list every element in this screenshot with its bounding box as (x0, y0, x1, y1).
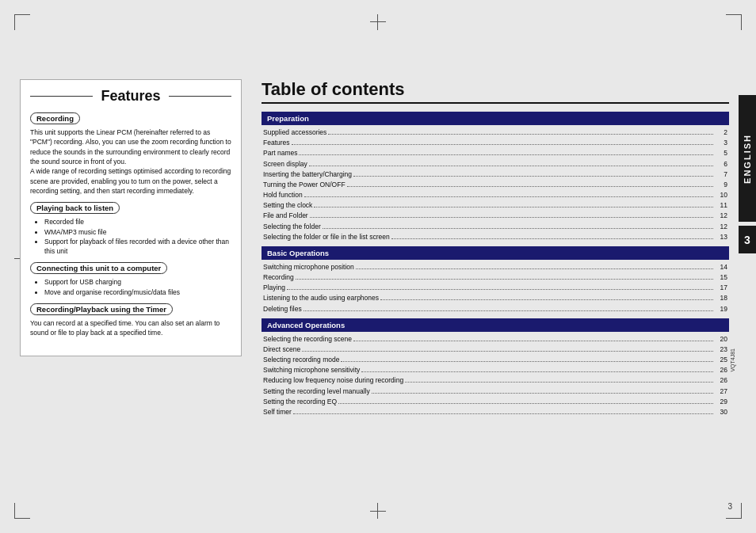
dots (323, 228, 713, 229)
features-title-wrap: Features (30, 88, 231, 105)
dots (287, 289, 713, 290)
dots (302, 351, 713, 352)
crop-mark-tr (726, 14, 742, 30)
toc-row: Direct scene23 (262, 345, 729, 355)
toc-row: Deleting files19 (262, 304, 729, 314)
toc-text: Switching microphone sensitivity (263, 365, 360, 375)
dots (361, 371, 713, 372)
toc-num: 17 (715, 283, 727, 293)
toc-row: Hold function10 (262, 190, 729, 200)
toc-row: Selecting the recording scene20 (262, 334, 729, 345)
crosshair-bottom-h (370, 511, 386, 512)
page-number: 3 (744, 234, 750, 246)
toc-row: Inserting the battery/Charging7 (262, 169, 729, 180)
toc-text: Selecting recording mode (263, 355, 339, 365)
toc-num: 18 (715, 293, 727, 303)
toc-row: Selecting recording mode25 (262, 355, 729, 365)
toc-row: Setting the recording EQ29 (262, 397, 729, 407)
toc-row: Part names5 (262, 148, 729, 158)
timer-section: Recording/Playback using the Timer You c… (30, 303, 231, 338)
toc-text: Part names (263, 148, 297, 158)
dots (304, 310, 713, 311)
dots (293, 413, 713, 414)
toc-text: Switching microphone position (263, 262, 354, 272)
toc-num: 6 (715, 159, 727, 169)
toc-num: 26 (715, 375, 727, 386)
toc-num: 10 (715, 190, 727, 200)
toc-text: Self timer (263, 407, 292, 417)
toc-text: Hold function (263, 190, 303, 200)
toc-row: Setting the recording level manually27 (262, 386, 729, 397)
vqt-label: VQT4J81 (730, 348, 735, 372)
toc-text: Setting the recording EQ (263, 397, 337, 407)
small-page-num: 3 (727, 502, 732, 511)
playback-item-1: WMA/MP3 music file (44, 227, 231, 237)
toc-num: 25 (715, 355, 727, 365)
toc-num: 9 (715, 180, 727, 190)
toc-row: Reducing low frequency noise during reco… (262, 375, 729, 386)
timer-badge: Recording/Playback using the Timer (30, 303, 173, 315)
features-title: Features (93, 88, 168, 105)
toc-text: Playing (263, 283, 285, 293)
toc-row: Features3 (262, 138, 729, 148)
toc-num: 12 (715, 222, 727, 232)
toc-num: 3 (715, 138, 727, 148)
toc-num: 20 (715, 334, 727, 345)
toc-num: 26 (715, 365, 727, 375)
toc-row: Setting the clock11 (262, 200, 729, 211)
english-label: ENGLISH (743, 134, 752, 184)
connecting-badge: Connecting this unit to a computer (30, 262, 167, 274)
crosshair-bottom-v (377, 503, 378, 519)
dots (353, 341, 713, 341)
toc-text: Selecting the folder or file in the list… (263, 232, 390, 242)
connecting-item-1: Move and organise recording/music/data f… (44, 287, 231, 297)
toc-entries-advanced: Selecting the recording scene20 Direct s… (262, 334, 729, 417)
dots (356, 268, 713, 269)
toc-category-basic: Basic Operations (262, 246, 729, 260)
timer-text: You can record at a specified time. You … (30, 318, 231, 338)
playback-item-0: Recorded file (44, 217, 231, 227)
toc-row: Supplied accessories2 (262, 128, 729, 138)
dots (296, 279, 713, 280)
english-tab: ENGLISH (739, 95, 756, 222)
toc-num: 30 (715, 407, 727, 417)
toc-text: Selecting the folder (263, 222, 321, 232)
dots (405, 382, 713, 383)
connecting-list: Support for USB charging Move and organi… (36, 277, 231, 297)
toc-text: Inserting the battery/Charging (263, 169, 352, 180)
toc-row: Turning the Power ON/OFF9 (262, 180, 729, 190)
recording-badge: Recording (30, 112, 80, 124)
dots (309, 166, 713, 166)
playback-section: Playing back to listen Recorded file WMA… (30, 202, 231, 256)
toc-entries-basic: Switching microphone position14 Recordin… (262, 262, 729, 314)
toc-text: Turning the Power ON/OFF (263, 180, 346, 190)
playback-badge: Playing back to listen (30, 202, 120, 214)
toc-num: 7 (715, 169, 727, 180)
toc-row: Switching microphone position14 (262, 262, 729, 272)
toc-num: 27 (715, 386, 727, 397)
toc-num: 13 (715, 232, 727, 242)
playback-item-2: Support for playback of files recorded w… (44, 237, 231, 257)
recording-section: Recording This unit supports the Linear … (30, 112, 231, 196)
dots (347, 186, 713, 187)
playback-list: Recorded file WMA/MP3 music file Support… (36, 217, 231, 256)
toc-num: 15 (715, 272, 727, 283)
dots (328, 134, 713, 135)
toc-num: 29 (715, 397, 727, 407)
toc-row: Selecting the folder12 (262, 222, 729, 232)
toc-text: Supplied accessories (263, 128, 326, 138)
toc-row: Recording15 (262, 272, 729, 283)
page: ENGLISH 3 VQT4J81 3 Features Recording T… (0, 0, 756, 533)
toc-num: 2 (715, 128, 727, 138)
toc-num: 11 (715, 200, 727, 211)
toc-num: 5 (715, 148, 727, 158)
page-num-tab: 3 (739, 226, 756, 253)
crosshair-top-v (377, 14, 378, 30)
toc-section: Table of contents Preparation Supplied a… (262, 79, 729, 417)
toc-row: Playing17 (262, 283, 729, 293)
toc-text: Features (263, 138, 290, 148)
dots (314, 207, 713, 207)
toc-text: Deleting files (263, 304, 302, 314)
features-section: Features Recording This unit supports th… (20, 79, 242, 356)
toc-text: Setting the recording level manually (263, 386, 370, 397)
